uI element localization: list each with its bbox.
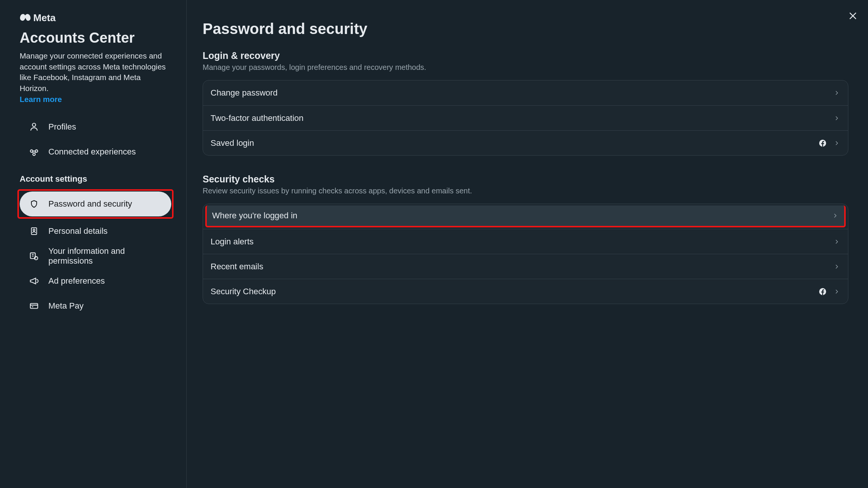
section-title-security-checks: Security checks: [203, 174, 848, 185]
row-trailing: [833, 114, 840, 122]
section-title-login-recovery: Login & recovery: [203, 50, 848, 61]
row-security-checkup[interactable]: Security Checkup: [203, 279, 848, 304]
row-label: Login alerts: [211, 237, 833, 247]
person-icon: [29, 122, 39, 132]
chevron-right-icon: [833, 288, 840, 295]
shield-icon: [29, 199, 39, 209]
learn-more-link[interactable]: Learn more: [20, 95, 62, 103]
sidebar-item-label: Ad preferences: [48, 276, 105, 286]
chevron-right-icon: [833, 139, 840, 147]
sidebar-item-label: Personal details: [48, 226, 108, 236]
sidebar-item-label: Meta Pay: [48, 301, 84, 311]
sidebar-settings-heading: Account settings: [20, 174, 171, 184]
sidebar-top-list: Profiles Connected experiences: [20, 114, 171, 164]
row-trailing: [833, 89, 840, 97]
row-recent-emails[interactable]: Recent emails: [203, 254, 848, 279]
row-label: Change password: [211, 88, 833, 98]
sidebar-item-label: Your information and permissions: [48, 246, 162, 266]
meta-logo-icon: [20, 14, 31, 23]
close-icon: [848, 11, 858, 23]
row-trailing: [818, 287, 840, 296]
row-trailing: [831, 212, 839, 219]
sidebar-settings-list: Password and security Personal details Y…: [20, 189, 171, 318]
sidebar-item-label: Connected experiences: [48, 147, 136, 157]
row-label: Recent emails: [211, 262, 833, 272]
main-panel: Password and security Login & recovery M…: [187, 0, 868, 488]
sidebar-item-ad-preferences[interactable]: Ad preferences: [20, 269, 171, 293]
row-login-alerts[interactable]: Login alerts: [203, 229, 848, 254]
row-trailing: [833, 263, 840, 270]
chevron-right-icon: [833, 263, 840, 270]
row-where-logged-in[interactable]: Where you're logged in: [205, 205, 846, 227]
sidebar-item-connected-experiences[interactable]: Connected experiences: [20, 139, 171, 164]
svg-point-5: [33, 229, 35, 231]
app-root: Meta Accounts Center Manage your connect…: [0, 0, 868, 488]
chevron-right-icon: [831, 212, 839, 219]
svg-rect-8: [30, 303, 38, 308]
chevron-right-icon: [833, 238, 840, 246]
row-trailing: [833, 238, 840, 246]
svg-point-1: [30, 150, 33, 152]
sidebar-item-label: Profiles: [48, 122, 76, 132]
facebook-icon: [818, 287, 827, 296]
chevron-right-icon: [833, 114, 840, 122]
row-label: Security Checkup: [211, 287, 818, 297]
sidebar: Meta Accounts Center Manage your connect…: [0, 0, 187, 488]
svg-point-3: [33, 153, 36, 156]
sidebar-title: Accounts Center: [20, 30, 171, 46]
row-saved-login[interactable]: Saved login: [203, 130, 848, 155]
chevron-right-icon: [833, 89, 840, 97]
sidebar-item-info-permissions[interactable]: Your information and permissions: [20, 244, 171, 269]
brand: Meta: [20, 12, 171, 24]
row-trailing: [818, 139, 840, 147]
megaphone-icon: [29, 276, 39, 286]
sidebar-item-personal-details[interactable]: Personal details: [20, 219, 171, 244]
row-two-factor[interactable]: Two-factor authentication: [203, 105, 848, 130]
row-change-password[interactable]: Change password: [203, 80, 848, 105]
svg-point-0: [33, 123, 36, 127]
section-desc-security-checks: Review security issues by running checks…: [203, 187, 848, 195]
svg-point-2: [35, 150, 38, 152]
card-login-recovery: Change password Two-factor authenticatio…: [203, 80, 848, 156]
permissions-icon: [29, 251, 39, 261]
row-label: Two-factor authentication: [211, 113, 833, 123]
facebook-icon: [818, 139, 827, 147]
sidebar-item-password-security[interactable]: Password and security: [20, 191, 171, 216]
page-title: Password and security: [203, 20, 848, 37]
id-card-icon: [29, 226, 39, 236]
sidebar-item-meta-pay[interactable]: Meta Pay: [20, 293, 171, 318]
highlight-box: Password and security: [17, 189, 174, 219]
close-button[interactable]: [845, 9, 860, 24]
row-label: Where you're logged in: [212, 211, 831, 221]
section-desc-login-recovery: Manage your passwords, login preferences…: [203, 63, 848, 72]
credit-card-icon: [29, 301, 39, 311]
card-security-checks: Where you're logged in Login alerts Rece…: [203, 204, 848, 304]
sidebar-item-profiles[interactable]: Profiles: [20, 114, 171, 139]
row-label: Saved login: [211, 138, 818, 148]
connections-icon: [29, 147, 39, 157]
sidebar-description: Manage your connected experiences and ac…: [20, 51, 171, 94]
sidebar-item-label: Password and security: [48, 199, 132, 209]
brand-name: Meta: [33, 12, 56, 24]
